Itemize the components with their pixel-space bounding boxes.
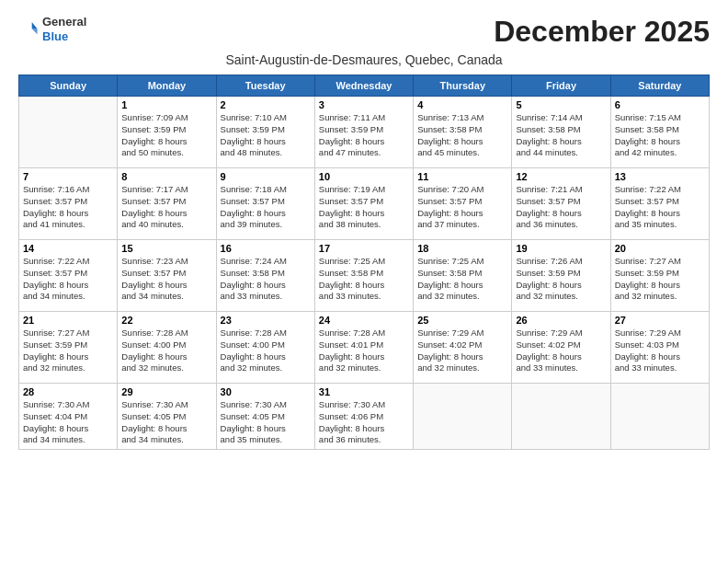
calendar-cell	[414, 384, 512, 450]
calendar-cell: 16Sunrise: 7:24 AM Sunset: 3:58 PM Dayli…	[216, 240, 314, 312]
cell-info: Sunrise: 7:10 AM Sunset: 3:59 PM Dayligh…	[221, 112, 311, 159]
calendar-cell: 28Sunrise: 7:30 AM Sunset: 4:04 PM Dayli…	[19, 384, 118, 450]
date-number: 30	[221, 386, 311, 397]
calendar-cell	[610, 384, 709, 450]
date-number: 2	[221, 99, 311, 110]
logo-blue: Blue	[42, 29, 68, 43]
calendar-cell: 8Sunrise: 7:17 AM Sunset: 3:57 PM Daylig…	[118, 168, 216, 240]
calendar-cell	[19, 97, 118, 168]
cell-info: Sunrise: 7:25 AM Sunset: 3:58 PM Dayligh…	[319, 256, 409, 303]
date-number: 11	[417, 171, 507, 182]
header-row: SundayMondayTuesdayWednesdayThursdayFrid…	[19, 75, 710, 97]
calendar-cell: 12Sunrise: 7:21 AM Sunset: 3:57 PM Dayli…	[512, 168, 610, 240]
date-number: 31	[319, 386, 409, 397]
cell-info: Sunrise: 7:22 AM Sunset: 3:57 PM Dayligh…	[615, 184, 705, 231]
calendar-cell: 13Sunrise: 7:22 AM Sunset: 3:57 PM Dayli…	[610, 168, 709, 240]
column-header-saturday: Saturday	[610, 75, 709, 97]
cell-info: Sunrise: 7:25 AM Sunset: 3:58 PM Dayligh…	[417, 256, 507, 303]
date-number: 29	[121, 386, 211, 397]
cell-info: Sunrise: 7:30 AM Sunset: 4:05 PM Dayligh…	[221, 399, 311, 446]
date-number: 6	[615, 99, 705, 110]
page-subtitle: Saint-Augustin-de-Desmaures, Quebec, Can…	[18, 52, 710, 67]
calendar-cell: 7Sunrise: 7:16 AM Sunset: 3:57 PM Daylig…	[19, 168, 118, 240]
date-number: 27	[615, 315, 705, 326]
logo-icon	[18, 19, 39, 40]
date-number: 24	[319, 315, 409, 326]
calendar-cell: 24Sunrise: 7:28 AM Sunset: 4:01 PM Dayli…	[314, 312, 413, 384]
column-header-monday: Monday	[118, 75, 216, 97]
header: General Blue December 2025	[18, 15, 710, 49]
cell-info: Sunrise: 7:26 AM Sunset: 3:59 PM Dayligh…	[516, 256, 606, 303]
date-number: 19	[516, 243, 606, 254]
cell-info: Sunrise: 7:30 AM Sunset: 4:06 PM Dayligh…	[319, 399, 409, 446]
date-number: 4	[417, 99, 507, 110]
calendar-table: SundayMondayTuesdayWednesdayThursdayFrid…	[18, 75, 710, 450]
cell-info: Sunrise: 7:23 AM Sunset: 3:57 PM Dayligh…	[121, 256, 211, 303]
date-number: 26	[516, 315, 606, 326]
calendar-cell: 14Sunrise: 7:22 AM Sunset: 3:57 PM Dayli…	[19, 240, 118, 312]
week-row-1: 1Sunrise: 7:09 AM Sunset: 3:59 PM Daylig…	[19, 97, 710, 168]
date-number: 28	[23, 386, 113, 397]
cell-info: Sunrise: 7:21 AM Sunset: 3:57 PM Dayligh…	[516, 184, 606, 231]
week-row-4: 21Sunrise: 7:27 AM Sunset: 3:59 PM Dayli…	[19, 312, 710, 384]
date-number: 1	[121, 99, 211, 110]
date-number: 14	[23, 243, 113, 254]
date-number: 21	[23, 315, 113, 326]
calendar-cell: 31Sunrise: 7:30 AM Sunset: 4:06 PM Dayli…	[314, 384, 413, 450]
cell-info: Sunrise: 7:28 AM Sunset: 4:00 PM Dayligh…	[121, 327, 211, 374]
week-row-2: 7Sunrise: 7:16 AM Sunset: 3:57 PM Daylig…	[19, 168, 710, 240]
column-header-tuesday: Tuesday	[216, 75, 314, 97]
cell-info: Sunrise: 7:20 AM Sunset: 3:57 PM Dayligh…	[417, 184, 507, 231]
cell-info: Sunrise: 7:15 AM Sunset: 3:58 PM Dayligh…	[615, 112, 705, 159]
cell-info: Sunrise: 7:27 AM Sunset: 3:59 PM Dayligh…	[615, 256, 705, 303]
calendar-cell: 19Sunrise: 7:26 AM Sunset: 3:59 PM Dayli…	[512, 240, 610, 312]
calendar-cell: 18Sunrise: 7:25 AM Sunset: 3:58 PM Dayli…	[414, 240, 512, 312]
cell-info: Sunrise: 7:27 AM Sunset: 3:59 PM Dayligh…	[23, 327, 113, 374]
cell-info: Sunrise: 7:28 AM Sunset: 4:00 PM Dayligh…	[221, 327, 311, 374]
svg-marker-1	[32, 29, 38, 34]
calendar-cell: 4Sunrise: 7:13 AM Sunset: 3:58 PM Daylig…	[414, 97, 512, 168]
cell-info: Sunrise: 7:11 AM Sunset: 3:59 PM Dayligh…	[319, 112, 409, 159]
svg-marker-0	[32, 22, 38, 29]
calendar-cell: 25Sunrise: 7:29 AM Sunset: 4:02 PM Dayli…	[414, 312, 512, 384]
calendar-cell	[512, 384, 610, 450]
calendar-cell: 27Sunrise: 7:29 AM Sunset: 4:03 PM Dayli…	[610, 312, 709, 384]
cell-info: Sunrise: 7:16 AM Sunset: 3:57 PM Dayligh…	[23, 184, 113, 231]
cell-info: Sunrise: 7:28 AM Sunset: 4:01 PM Dayligh…	[319, 327, 409, 374]
cell-info: Sunrise: 7:24 AM Sunset: 3:58 PM Dayligh…	[221, 256, 311, 303]
column-header-friday: Friday	[512, 75, 610, 97]
calendar-cell: 20Sunrise: 7:27 AM Sunset: 3:59 PM Dayli…	[610, 240, 709, 312]
calendar-cell: 29Sunrise: 7:30 AM Sunset: 4:05 PM Dayli…	[118, 384, 216, 450]
calendar-cell: 9Sunrise: 7:18 AM Sunset: 3:57 PM Daylig…	[216, 168, 314, 240]
date-number: 10	[319, 171, 409, 182]
calendar-cell: 23Sunrise: 7:28 AM Sunset: 4:00 PM Dayli…	[216, 312, 314, 384]
calendar-cell: 1Sunrise: 7:09 AM Sunset: 3:59 PM Daylig…	[118, 97, 216, 168]
calendar-cell: 5Sunrise: 7:14 AM Sunset: 3:58 PM Daylig…	[512, 97, 610, 168]
cell-info: Sunrise: 7:14 AM Sunset: 3:58 PM Dayligh…	[516, 112, 606, 159]
date-number: 7	[23, 171, 113, 182]
week-row-5: 28Sunrise: 7:30 AM Sunset: 4:04 PM Dayli…	[19, 384, 710, 450]
date-number: 8	[121, 171, 211, 182]
date-number: 15	[121, 243, 211, 254]
calendar-cell: 30Sunrise: 7:30 AM Sunset: 4:05 PM Dayli…	[216, 384, 314, 450]
cell-info: Sunrise: 7:18 AM Sunset: 3:57 PM Dayligh…	[221, 184, 311, 231]
column-header-wednesday: Wednesday	[314, 75, 413, 97]
calendar-cell: 17Sunrise: 7:25 AM Sunset: 3:58 PM Dayli…	[314, 240, 413, 312]
date-number: 9	[221, 171, 311, 182]
calendar-cell: 11Sunrise: 7:20 AM Sunset: 3:57 PM Dayli…	[414, 168, 512, 240]
date-number: 13	[615, 171, 705, 182]
cell-info: Sunrise: 7:30 AM Sunset: 4:04 PM Dayligh…	[23, 399, 113, 446]
week-row-3: 14Sunrise: 7:22 AM Sunset: 3:57 PM Dayli…	[19, 240, 710, 312]
calendar-cell: 2Sunrise: 7:10 AM Sunset: 3:59 PM Daylig…	[216, 97, 314, 168]
logo-text: General Blue	[42, 15, 86, 43]
cell-info: Sunrise: 7:30 AM Sunset: 4:05 PM Dayligh…	[121, 399, 211, 446]
calendar-cell: 15Sunrise: 7:23 AM Sunset: 3:57 PM Dayli…	[118, 240, 216, 312]
page-title: December 2025	[494, 15, 710, 49]
date-number: 3	[319, 99, 409, 110]
calendar-cell: 21Sunrise: 7:27 AM Sunset: 3:59 PM Dayli…	[19, 312, 118, 384]
cell-info: Sunrise: 7:29 AM Sunset: 4:03 PM Dayligh…	[615, 327, 705, 374]
cell-info: Sunrise: 7:29 AM Sunset: 4:02 PM Dayligh…	[516, 327, 606, 374]
cell-info: Sunrise: 7:29 AM Sunset: 4:02 PM Dayligh…	[417, 327, 507, 374]
cell-info: Sunrise: 7:17 AM Sunset: 3:57 PM Dayligh…	[121, 184, 211, 231]
logo-general: General	[42, 15, 86, 29]
